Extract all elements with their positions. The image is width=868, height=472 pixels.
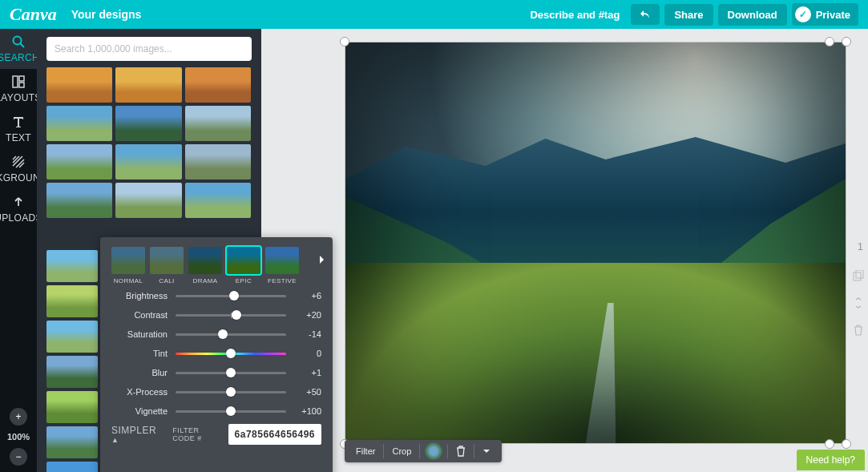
zoom-controls: + 100% −: [0, 408, 37, 466]
svg-rect-4: [19, 83, 24, 87]
chevron-down-icon: [482, 449, 491, 454]
image-results-column: [37, 250, 105, 472]
image-thumb[interactable]: [46, 426, 98, 458]
describe-and-tag-field[interactable]: Describe and #tag: [530, 9, 620, 21]
image-thumb[interactable]: [46, 285, 98, 317]
zoom-level: 100%: [7, 432, 30, 442]
image-thumb[interactable]: [115, 144, 181, 180]
landscape-image: [345, 42, 846, 443]
rail-label-layouts: LAYOUTS: [0, 92, 42, 103]
image-thumb[interactable]: [115, 183, 181, 218]
canva-logo[interactable]: Canva: [10, 4, 57, 25]
slider-blur[interactable]: Blur +1: [111, 368, 321, 377]
image-thumb[interactable]: [46, 106, 112, 141]
copy-page-button[interactable]: [852, 269, 865, 282]
image-thumb[interactable]: [115, 67, 181, 103]
image-thumb[interactable]: [46, 356, 98, 388]
trash-icon: [854, 325, 863, 336]
image-thumb[interactable]: [46, 321, 98, 353]
crop-button[interactable]: Crop: [384, 440, 419, 462]
rail-tab-text[interactable]: TEXT: [0, 109, 37, 149]
filter-code-field[interactable]: 6a785664656496: [228, 424, 321, 445]
add-page-button[interactable]: [852, 297, 865, 309]
image-thumb[interactable]: [46, 250, 98, 282]
your-designs-link[interactable]: Your designs: [71, 8, 142, 21]
image-thumb[interactable]: [46, 144, 112, 180]
rail-tab-search[interactable]: SEARCH: [0, 29, 37, 69]
undo-button[interactable]: [631, 4, 660, 25]
layouts-icon: [11, 75, 26, 89]
svg-line-1: [21, 44, 25, 48]
slider-xprocess[interactable]: X-Process +50: [111, 387, 321, 397]
image-context-toolbar: Filter Crop: [345, 440, 502, 462]
top-header: Canva Your designs Describe and #tag Sha…: [0, 0, 868, 29]
delete-page-button[interactable]: [852, 324, 865, 337]
slider-contrast[interactable]: Contrast +20: [111, 310, 321, 320]
svg-rect-3: [19, 76, 24, 81]
background-icon: [11, 155, 26, 169]
image-thumb[interactable]: [185, 144, 251, 180]
preset-cali[interactable]: CALI: [150, 247, 184, 284]
rail-tab-uploads[interactable]: UPLOADS: [0, 189, 37, 229]
filter-code-label: FILTER CODE #: [172, 426, 220, 442]
image-thumb[interactable]: [46, 67, 112, 103]
resize-handle-br[interactable]: [842, 439, 851, 449]
preset-epic[interactable]: EPIC: [227, 247, 260, 284]
resize-handle-tl[interactable]: [340, 37, 349, 46]
image-thumb-icon[interactable]: [425, 442, 442, 460]
slider-brightness[interactable]: Brightness +6: [111, 291, 321, 301]
private-toggle[interactable]: ✓ Private: [792, 3, 858, 26]
filter-flyout: NORMAL CALI DRAMA EPIC FESTIVE Brightnes…: [100, 237, 333, 472]
private-check-icon: ✓: [795, 6, 811, 22]
rail-tab-bkground[interactable]: BKGROUND: [0, 149, 37, 189]
rotate-handle-bottom[interactable]: [825, 439, 834, 449]
rail-label-search: SEARCH: [0, 52, 39, 63]
slider-tint[interactable]: Tint 0: [111, 349, 321, 358]
left-rail: SEARCH LAYOUTS TEXT BKGROUND UPLOADS + 1…: [0, 29, 37, 472]
svg-rect-2: [13, 76, 18, 87]
preset-next-button[interactable]: [318, 255, 325, 264]
filter-presets-row: NORMAL CALI DRAMA EPIC FESTIVE: [111, 247, 321, 284]
image-thumb[interactable]: [46, 183, 112, 218]
selected-image[interactable]: [345, 42, 846, 444]
share-button[interactable]: Share: [664, 4, 713, 26]
filter-button[interactable]: Filter: [348, 440, 383, 462]
svg-rect-5: [854, 272, 861, 280]
zoom-in-button[interactable]: +: [10, 408, 27, 426]
rotate-handle-top[interactable]: [825, 37, 834, 46]
image-thumb[interactable]: [185, 67, 251, 103]
more-dropdown[interactable]: [474, 440, 499, 462]
preset-normal[interactable]: NORMAL: [111, 247, 145, 284]
page-number: 1: [858, 240, 863, 252]
image-thumb[interactable]: [46, 462, 98, 472]
chevron-right-icon: [318, 255, 325, 264]
image-thumb[interactable]: [115, 106, 181, 141]
text-icon: [11, 115, 26, 129]
upload-icon: [11, 195, 26, 209]
download-button[interactable]: Download: [718, 4, 787, 26]
slider-vignette[interactable]: Vignette +100: [111, 406, 321, 416]
image-results-grid: [37, 67, 261, 218]
rail-tab-layouts[interactable]: LAYOUTS: [0, 69, 37, 109]
image-thumb[interactable]: [185, 106, 251, 141]
image-thumb[interactable]: [46, 391, 98, 423]
svg-point-0: [14, 37, 22, 45]
simpler-toggle[interactable]: SIMPLER ▲: [111, 425, 156, 444]
preset-festive[interactable]: FESTIVE: [265, 247, 299, 284]
rail-label-text: TEXT: [6, 132, 31, 143]
search-icon: [11, 34, 26, 49]
image-thumb[interactable]: [185, 183, 251, 218]
search-input[interactable]: [46, 37, 252, 61]
preset-drama[interactable]: DRAMA: [188, 247, 222, 284]
page-tools: [850, 269, 866, 337]
delete-button[interactable]: [448, 440, 474, 462]
undo-icon: [639, 9, 652, 20]
need-help-button[interactable]: Need help?: [797, 450, 865, 470]
resize-handle-tr[interactable]: [842, 37, 851, 46]
canvas-area: Filter Crop 1 N: [261, 29, 868, 472]
private-label: Private: [816, 9, 850, 21]
svg-rect-6: [856, 270, 863, 278]
slider-saturation[interactable]: Saturation -14: [111, 329, 321, 339]
arrows-icon: [853, 297, 864, 309]
zoom-out-button[interactable]: −: [10, 448, 27, 466]
